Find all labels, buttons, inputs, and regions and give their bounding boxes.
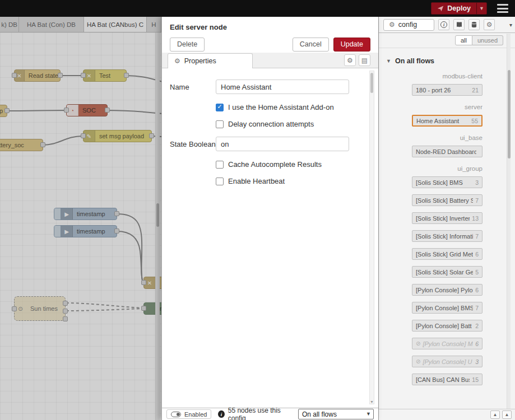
config-tab-button[interactable]: ⚙	[484, 19, 495, 30]
gear-icon: ⚙	[347, 57, 353, 64]
delay-checkbox[interactable]	[216, 120, 224, 128]
flow-tab-active[interactable]: HA Bat (CANbus) C	[84, 17, 147, 32]
help-tab-button[interactable]	[453, 19, 465, 30]
config-node-item[interactable]: 180 - port 26 21	[412, 84, 482, 96]
config-node-item[interactable]: [Solis Stick] Battery S 7	[412, 194, 482, 206]
port-out[interactable]	[63, 301, 68, 306]
flow-node-timestamp-1[interactable]: ▶ timestamp	[54, 208, 117, 220]
dialog-scrollbar-thumb[interactable]	[370, 73, 373, 93]
dialog-form: Name I use the Home Assistant Add-on Del…	[162, 68, 378, 408]
config-node-item[interactable]: [Pylon Console] BMS 7	[412, 302, 482, 314]
port-out[interactable]	[105, 108, 110, 113]
node-settings-button[interactable]: ⚙	[344, 54, 356, 66]
port-out[interactable]	[114, 211, 119, 216]
cache-checkbox-row: Cache Autocomplete Results	[216, 160, 365, 169]
filter-all-button[interactable]: all	[455, 35, 472, 45]
enabled-toggle-button[interactable]: Enabled	[166, 409, 211, 419]
sidebar-menu-caret-icon[interactable]: ▾	[509, 22, 512, 28]
sidebar-tab-config[interactable]: ⚙ config	[383, 19, 434, 31]
flow-canvas[interactable]: ✕ Read states ✕ Test p ◔ SOC	[0, 32, 161, 420]
delay-checkbox-label: Delay connection attempts	[228, 120, 314, 128]
flow-node-read-states[interactable]: ✕ Read states	[14, 69, 61, 82]
port-out[interactable]	[114, 228, 119, 234]
tab-properties[interactable]: ⚙ Properties	[168, 53, 253, 68]
update-button[interactable]: Update	[333, 38, 370, 52]
expand-up-icon[interactable]: ▲	[502, 410, 512, 419]
config-node-item[interactable]: [Solis Stick] Grid Met 6	[412, 248, 482, 260]
addon-checkbox[interactable]	[216, 104, 224, 111]
canvas-scrollbar	[155, 32, 160, 420]
port-out[interactable]	[63, 309, 68, 314]
port-out[interactable]	[63, 316, 68, 321]
cancel-button[interactable]: Cancel	[293, 38, 329, 52]
info-tab-button[interactable]: i	[438, 19, 449, 30]
main-menu-button[interactable]	[497, 4, 508, 13]
config-node-item[interactable]: [CAN Bus] CAN Bus 15	[412, 374, 482, 385]
flow-node-sun-times[interactable]: ⊙ Sun times	[14, 296, 66, 321]
deploy-button[interactable]: Deploy ▼	[431, 2, 487, 15]
cache-checkbox[interactable]	[216, 161, 224, 169]
deploy-plane-icon	[437, 5, 444, 12]
description-button[interactable]: ▤	[359, 54, 370, 66]
scope-select[interactable]: On all flows ▼	[298, 409, 374, 419]
state-boolean-label: State Boolean	[170, 140, 216, 148]
inject-icon: ▶	[61, 226, 73, 237]
config-category: ui_group	[386, 165, 482, 172]
sidebar-scrollbar-thumb[interactable]	[508, 70, 511, 158]
inject-button[interactable]	[54, 208, 61, 220]
config-node-item-disabled[interactable]: ⊘ [Pylon Console] M 6	[412, 338, 482, 349]
heartbeat-checkbox[interactable]	[216, 178, 224, 185]
config-node-item[interactable]: [Pylon Console] Batt 2	[412, 320, 482, 332]
port-in[interactable]	[81, 133, 86, 138]
delay-checkbox-row: Delay connection attempts	[216, 120, 365, 128]
config-node-item-disabled[interactable]: ⊘ [Pylon Console] U 3	[412, 356, 482, 367]
config-node-list: ▼ On all flows modbus-client 180 - port …	[386, 53, 482, 409]
port-in[interactable]	[64, 108, 69, 113]
delete-button[interactable]: Delete	[170, 38, 205, 52]
flow-tab[interactable]: H	[147, 17, 161, 32]
book-icon	[456, 21, 463, 28]
port-in[interactable]	[12, 306, 17, 311]
filter-unused-button[interactable]: unused	[472, 35, 503, 45]
deploy-caret-icon[interactable]: ▼	[476, 3, 486, 14]
gear-icon: ⚙	[174, 57, 180, 65]
port-in[interactable]	[141, 306, 146, 311]
usage-info: i 55 nodes use this config	[218, 407, 291, 420]
port-out[interactable]	[40, 142, 45, 147]
context-tab-button[interactable]	[468, 19, 480, 30]
port-in[interactable]	[12, 73, 17, 78]
canvas-scrollbar-thumb[interactable]	[156, 203, 159, 227]
flow-node-soc[interactable]: ◔ SOC	[66, 104, 108, 116]
port-out[interactable]	[124, 73, 129, 78]
port-in[interactable]	[141, 280, 146, 285]
port-out[interactable]	[58, 73, 63, 78]
flow-tab[interactable]: k) DB	[0, 17, 19, 32]
config-node-item[interactable]: [Solis Stick] Informati 7	[412, 230, 482, 242]
flow-node-test[interactable]: ✕ Test	[83, 69, 127, 82]
sidebar-header: ⚙ config i ⚙ ▾	[379, 17, 515, 33]
scroll-down-icon[interactable]: ▼	[370, 400, 374, 404]
flow-node-timestamp-2[interactable]: ▶ timestamp	[54, 225, 117, 237]
flow-tab[interactable]: HA Bat (Con) DB	[19, 17, 84, 32]
config-node-item[interactable]: [Solis Stick] Inverter 13	[412, 212, 482, 224]
port-out[interactable]	[4, 108, 10, 113]
flow-scope-section[interactable]: ▼ On all flows	[386, 57, 482, 65]
collapse-up-icon[interactable]: ▲	[490, 410, 500, 419]
config-node-item[interactable]: [Pylon Console] Pylo 6	[412, 284, 482, 296]
addon-checkbox-label: I use the Home Assistant Add-on	[228, 103, 334, 111]
config-node-item[interactable]: [Solis Stick] BMS 3	[412, 176, 482, 188]
flow-node-battery-soc[interactable]: battery_soc	[0, 139, 43, 151]
config-node-item[interactable]: [Solis Stick] Solar Ge 5	[412, 266, 482, 278]
state-boolean-field[interactable]	[216, 137, 349, 151]
config-node-item[interactable]: Node-RED Dashboard	[412, 146, 482, 157]
flow-node-set-msg-payload[interactable]: ✎ set msg payload	[83, 130, 152, 142]
port-out[interactable]	[149, 133, 154, 138]
inject-button[interactable]	[54, 226, 61, 237]
menu-bar-icon	[497, 11, 508, 13]
gear-icon: ⚙	[486, 21, 493, 29]
menu-bar-icon	[497, 4, 508, 6]
flow-node-partial-p[interactable]: p	[0, 105, 7, 117]
config-node-item-selected[interactable]: Home Assistant 55	[412, 115, 482, 127]
port-in[interactable]	[81, 73, 86, 78]
name-field[interactable]	[216, 80, 349, 94]
